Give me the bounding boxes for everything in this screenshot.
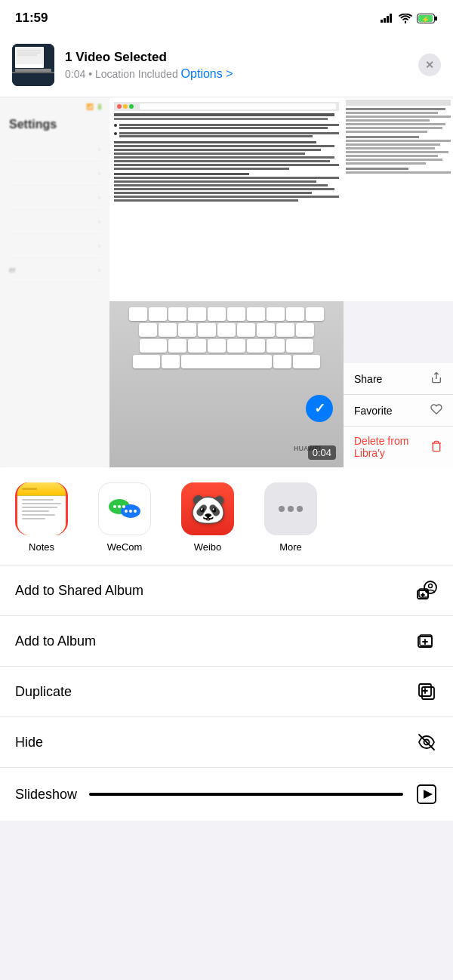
key <box>286 307 304 321</box>
selection-checkmark: ✓ <box>306 395 333 422</box>
more-label: More <box>279 541 302 553</box>
context-menu-delete[interactable]: Delete from Libra'y <box>344 427 453 467</box>
key <box>178 323 196 337</box>
close-icon: ✕ <box>425 59 434 71</box>
right-panel-doc <box>344 97 453 301</box>
key-ctrl <box>133 355 160 368</box>
keyboard-row-4 <box>112 355 341 368</box>
slideshow-item[interactable]: Slideshow <box>0 767 453 821</box>
weibo-label: Weibo <box>194 541 222 553</box>
sidebar-item-4: › <box>6 210 103 234</box>
svg-point-20 <box>122 505 125 508</box>
key <box>273 355 291 368</box>
doc-text-area <box>114 113 339 202</box>
notes-line <box>22 499 54 501</box>
key-shift <box>140 339 167 353</box>
slideshow-progress-bar <box>89 793 403 796</box>
svg-marker-41 <box>424 790 433 799</box>
sidebar-item-5: › <box>6 234 103 258</box>
trash-icon <box>430 440 442 455</box>
play-icon <box>415 783 438 806</box>
main-video-preview[interactable]: HUAWEI ✓ 0:04 <box>109 97 344 467</box>
notes-line <box>22 518 45 519</box>
key <box>208 307 226 321</box>
key <box>306 307 324 321</box>
notes-line <box>22 510 49 512</box>
close-button[interactable]: ✕ <box>418 54 441 76</box>
share-thumbnail <box>12 44 54 86</box>
heart-icon <box>430 403 442 418</box>
svg-point-23 <box>134 510 137 513</box>
key <box>159 323 177 337</box>
notes-label: Notes <box>29 541 54 553</box>
context-menu-favorite[interactable]: Favorite <box>344 395 453 427</box>
svg-line-39 <box>419 735 434 750</box>
key <box>227 339 245 353</box>
key-delete <box>286 339 313 353</box>
keyboard-row-3 <box>112 339 341 353</box>
keyboard-row-1 <box>112 307 341 321</box>
slideshow-inner: Slideshow <box>0 768 453 821</box>
app-item-weibo[interactable]: 🐼 Weibo <box>166 479 249 556</box>
right-doc-text <box>346 108 451 174</box>
key-enter <box>293 355 320 368</box>
notes-icon-wrap <box>15 482 68 535</box>
app-item-wecom[interactable]: WeCom <box>83 479 166 556</box>
share-info: 1 Video Selected 0:04 • Location Include… <box>65 49 408 81</box>
notes-line <box>22 514 55 516</box>
context-menu-favorite-label: Favorite <box>354 405 393 417</box>
key <box>227 307 245 321</box>
svg-rect-1 <box>384 18 386 23</box>
key <box>237 323 255 337</box>
wecom-icon-wrap <box>98 482 151 535</box>
key <box>188 307 206 321</box>
svg-rect-3 <box>390 14 392 23</box>
svg-point-22 <box>129 510 132 513</box>
key <box>168 339 186 353</box>
hide-label: Hide <box>15 735 43 750</box>
weibo-mascot: 🐼 <box>190 492 226 525</box>
app-item-more[interactable]: More <box>249 479 332 556</box>
share-options-button[interactable]: Options > <box>181 67 233 80</box>
slideshow-label: Slideshow <box>15 787 77 803</box>
key <box>208 339 226 353</box>
share-subtitle: 0:04 • Location Included Options > <box>65 67 408 81</box>
video-keyboard: HUAWEI <box>109 301 344 468</box>
key <box>198 323 216 337</box>
add-shared-album-label: Add to Shared Album <box>15 583 143 599</box>
action-duplicate[interactable]: Duplicate <box>0 667 453 717</box>
action-add-album[interactable]: Add to Album <box>0 616 453 667</box>
keyboard-row-2 <box>112 323 341 337</box>
action-add-shared-album[interactable]: Add to Shared Album <box>0 566 453 616</box>
context-menu-share[interactable]: Share <box>344 363 453 395</box>
svg-point-21 <box>125 510 128 513</box>
wecom-label: WeCom <box>107 541 143 553</box>
sidebar-item-3: › <box>6 186 103 210</box>
app-item-notes[interactable]: Notes <box>0 479 83 556</box>
action-hide[interactable]: Hide <box>0 717 453 767</box>
svg-rect-34 <box>422 687 434 699</box>
svg-rect-5 <box>435 16 437 20</box>
svg-point-25 <box>429 584 433 588</box>
svg-point-19 <box>118 505 121 508</box>
key <box>247 339 265 353</box>
more-icon <box>264 482 317 535</box>
add-album-label: Add to Album <box>15 633 96 649</box>
share-header: 1 Video Selected 0:04 • Location Include… <box>0 33 453 97</box>
svg-rect-0 <box>381 20 383 23</box>
key <box>257 323 275 337</box>
context-menu-share-label: Share <box>354 373 382 385</box>
svg-point-18 <box>113 505 116 508</box>
context-menu: Share Favorite Delete from Libra'y <box>344 363 453 467</box>
checkmark-icon: ✓ <box>314 400 325 417</box>
status-time: 11:59 <box>15 11 48 26</box>
video-doc-content <box>109 97 344 301</box>
sidebar-item-6: er › <box>6 258 103 282</box>
share-icon <box>430 371 442 386</box>
apps-row: Notes <box>0 467 453 566</box>
more-dot-2 <box>288 506 294 512</box>
more-dot-1 <box>279 506 285 512</box>
status-bar: 11:59 ⚡ <box>0 0 453 33</box>
key <box>129 307 147 321</box>
hide-icon <box>415 731 438 753</box>
